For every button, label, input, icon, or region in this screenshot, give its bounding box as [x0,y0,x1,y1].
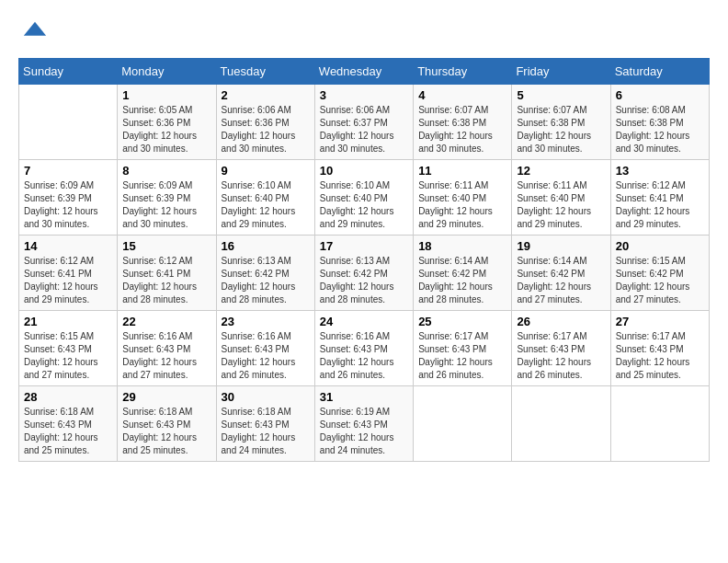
sunrise-text: Sunrise: 6:06 AM [320,104,408,117]
day-info: Sunrise: 6:16 AMSunset: 6:43 PMDaylight:… [222,330,310,382]
calendar-cell: 7Sunrise: 6:09 AMSunset: 6:39 PMDaylight… [19,160,118,236]
day-number: 10 [320,164,408,178]
sunset-text: Sunset: 6:43 PM [24,419,112,431]
sunset-text: Sunset: 6:40 PM [320,192,408,205]
daylight-text: Daylight: 12 hours and 30 minutes. [24,205,112,231]
sunrise-text: Sunrise: 6:17 AM [517,330,605,343]
day-number: 21 [24,315,112,328]
daylight-text: Daylight: 12 hours and 28 minutes. [122,281,210,306]
sunset-text: Sunset: 6:42 PM [616,268,704,281]
day-info: Sunrise: 6:09 AMSunset: 6:39 PMDaylight:… [24,179,112,231]
calendar-week-5: 28Sunrise: 6:18 AMSunset: 6:43 PMDayligh… [19,386,710,462]
sunrise-text: Sunrise: 6:09 AM [122,179,210,192]
weekday-header-saturday: Saturday [610,59,709,85]
calendar-cell: 27Sunrise: 6:17 AMSunset: 6:43 PMDayligh… [610,311,709,386]
day-number: 13 [616,164,704,178]
daylight-text: Daylight: 12 hours and 27 minutes. [122,356,210,382]
day-info: Sunrise: 6:19 AMSunset: 6:43 PMDaylight:… [320,406,408,457]
day-info: Sunrise: 6:16 AMSunset: 6:43 PMDaylight:… [122,330,210,382]
day-number: 28 [24,390,112,404]
sunset-text: Sunset: 6:43 PM [122,419,210,431]
sunrise-text: Sunrise: 6:17 AM [616,330,704,343]
day-info: Sunrise: 6:15 AMSunset: 6:43 PMDaylight:… [24,330,112,382]
calendar-cell [19,85,118,160]
weekday-header-tuesday: Tuesday [216,59,314,85]
calendar-cell: 1Sunrise: 6:05 AMSunset: 6:36 PMDaylight… [118,85,216,160]
day-info: Sunrise: 6:10 AMSunset: 6:40 PMDaylight:… [320,179,408,231]
daylight-text: Daylight: 12 hours and 25 minutes. [122,431,210,457]
daylight-text: Daylight: 12 hours and 29 minutes. [222,205,310,231]
sunset-text: Sunset: 6:43 PM [320,343,408,356]
day-info: Sunrise: 6:11 AMSunset: 6:40 PMDaylight:… [517,179,605,231]
day-info: Sunrise: 6:13 AMSunset: 6:42 PMDaylight:… [320,255,408,306]
day-info: Sunrise: 6:07 AMSunset: 6:38 PMDaylight:… [418,104,506,155]
day-number: 7 [24,164,112,178]
logo [18,18,48,49]
sunrise-text: Sunrise: 6:18 AM [222,406,310,419]
calendar-cell: 8Sunrise: 6:09 AMSunset: 6:39 PMDaylight… [118,160,216,236]
daylight-text: Daylight: 12 hours and 30 minutes. [222,130,310,155]
day-info: Sunrise: 6:16 AMSunset: 6:43 PMDaylight:… [320,330,408,382]
sunrise-text: Sunrise: 6:18 AM [24,406,112,419]
daylight-text: Daylight: 12 hours and 28 minutes. [320,281,408,306]
day-number: 20 [616,239,704,253]
day-info: Sunrise: 6:18 AMSunset: 6:43 PMDaylight:… [222,406,310,457]
day-number: 25 [418,315,506,328]
calendar-week-2: 7Sunrise: 6:09 AMSunset: 6:39 PMDaylight… [19,160,710,236]
daylight-text: Daylight: 12 hours and 29 minutes. [24,281,112,306]
daylight-text: Daylight: 12 hours and 30 minutes. [616,130,704,155]
weekday-header-row: SundayMondayTuesdayWednesdayThursdayFrid… [19,59,710,85]
day-number: 23 [222,315,310,328]
sunset-text: Sunset: 6:37 PM [320,117,408,130]
calendar-cell: 25Sunrise: 6:17 AMSunset: 6:43 PMDayligh… [414,311,512,386]
sunset-text: Sunset: 6:39 PM [122,192,210,205]
calendar-cell: 29Sunrise: 6:18 AMSunset: 6:43 PMDayligh… [118,386,216,462]
weekday-header-friday: Friday [512,59,610,85]
sunset-text: Sunset: 6:43 PM [222,419,310,431]
sunrise-text: Sunrise: 6:17 AM [418,330,506,343]
sunset-text: Sunset: 6:38 PM [517,117,605,130]
calendar-cell: 5Sunrise: 6:07 AMSunset: 6:38 PMDaylight… [512,85,610,160]
daylight-text: Daylight: 12 hours and 30 minutes. [517,130,605,155]
daylight-text: Daylight: 12 hours and 27 minutes. [24,356,112,382]
calendar-cell: 12Sunrise: 6:11 AMSunset: 6:40 PMDayligh… [512,160,610,236]
daylight-text: Daylight: 12 hours and 28 minutes. [418,281,506,306]
daylight-text: Daylight: 12 hours and 30 minutes. [122,205,210,231]
day-number: 31 [320,390,408,404]
sunset-text: Sunset: 6:40 PM [418,192,506,205]
sunrise-text: Sunrise: 6:15 AM [616,255,704,268]
day-number: 2 [222,88,310,102]
sunset-text: Sunset: 6:43 PM [616,343,704,356]
sunset-text: Sunset: 6:36 PM [122,117,210,130]
sunset-text: Sunset: 6:42 PM [320,268,408,281]
daylight-text: Daylight: 12 hours and 27 minutes. [616,281,704,306]
svg-marker-0 [24,22,46,36]
sunrise-text: Sunrise: 6:09 AM [24,179,112,192]
calendar-cell: 21Sunrise: 6:15 AMSunset: 6:43 PMDayligh… [19,311,118,386]
sunrise-text: Sunrise: 6:16 AM [122,330,210,343]
day-number: 9 [222,164,310,178]
sunset-text: Sunset: 6:41 PM [616,192,704,205]
sunset-text: Sunset: 6:43 PM [122,343,210,356]
calendar-week-4: 21Sunrise: 6:15 AMSunset: 6:43 PMDayligh… [19,311,710,386]
day-info: Sunrise: 6:17 AMSunset: 6:43 PMDaylight:… [418,330,506,382]
calendar-cell: 31Sunrise: 6:19 AMSunset: 6:43 PMDayligh… [314,386,413,462]
daylight-text: Daylight: 12 hours and 26 minutes. [418,356,506,382]
day-info: Sunrise: 6:06 AMSunset: 6:37 PMDaylight:… [320,104,408,155]
calendar-cell [512,386,610,462]
calendar-cell: 18Sunrise: 6:14 AMSunset: 6:42 PMDayligh… [414,236,512,311]
calendar-cell: 11Sunrise: 6:11 AMSunset: 6:40 PMDayligh… [414,160,512,236]
calendar-cell: 2Sunrise: 6:06 AMSunset: 6:36 PMDaylight… [216,85,314,160]
sunset-text: Sunset: 6:38 PM [418,117,506,130]
sunrise-text: Sunrise: 6:05 AM [122,104,210,117]
daylight-text: Daylight: 12 hours and 30 minutes. [320,130,408,155]
sunrise-text: Sunrise: 6:16 AM [320,330,408,343]
calendar-cell: 28Sunrise: 6:18 AMSunset: 6:43 PMDayligh… [19,386,118,462]
day-info: Sunrise: 6:13 AMSunset: 6:42 PMDaylight:… [222,255,310,306]
daylight-text: Daylight: 12 hours and 24 minutes. [320,431,408,457]
sunrise-text: Sunrise: 6:12 AM [616,179,704,192]
sunrise-text: Sunrise: 6:10 AM [320,179,408,192]
calendar-cell: 14Sunrise: 6:12 AMSunset: 6:41 PMDayligh… [19,236,118,311]
sunrise-text: Sunrise: 6:14 AM [418,255,506,268]
sunrise-text: Sunrise: 6:11 AM [517,179,605,192]
